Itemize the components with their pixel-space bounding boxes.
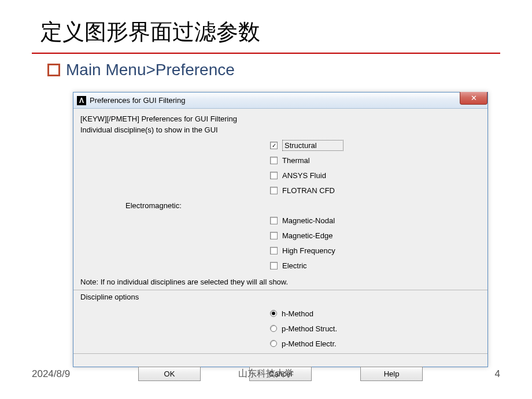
checkbox-structural[interactable]: ✓ (270, 142, 278, 149)
heading-keyw: [KEYW][/PMETH] Preferences for GUI Filte… (80, 114, 482, 123)
checkbox-magnetic-nodal[interactable] (270, 217, 278, 224)
checkbox-electric[interactable] (270, 262, 278, 269)
em-label-row: Electromagnetic: (79, 198, 482, 213)
slide-title: 定义图形界面过滤参数 (0, 0, 532, 53)
discipline-row-flotran: FLOTRAN CFD (79, 183, 482, 198)
discipline-row-thermal: Thermal (79, 153, 482, 168)
method-row-p-struct: p-Method Struct. (79, 321, 482, 336)
label-thermal: Thermal (282, 156, 310, 165)
breadcrumb-row: Main Menu>Preference (0, 61, 532, 79)
discipline-options-label: Discipline options (80, 293, 482, 301)
dialog-title: Preferences for GUI Filtering (90, 96, 185, 105)
heading-individual: Individual discipline(s) to show in the … (80, 125, 482, 134)
label-structural: Structural (282, 140, 343, 151)
divider-1 (73, 290, 487, 290)
label-electric: Electric (282, 261, 307, 270)
em-label: Electromagnetic: (79, 201, 270, 210)
checkbox-ansys-fluid[interactable] (270, 172, 278, 179)
radio-p-electr[interactable] (270, 340, 277, 347)
checkbox-thermal[interactable] (270, 157, 278, 164)
label-ansys-fluid: ANSYS Fluid (282, 171, 326, 180)
label-magnetic-nodal: Magnetic-Nodal (282, 216, 335, 225)
app-icon: Λ (77, 96, 86, 105)
divider-2 (73, 353, 487, 354)
label-magnetic-edge: Magnetic-Edge (282, 231, 332, 240)
em-row-magnetic-edge: Magnetic-Edge (79, 228, 482, 243)
discipline-row-structural: ✓ Structural (79, 138, 482, 153)
note-text: Note: If no individual disciplines are s… (80, 278, 482, 286)
title-separator (32, 53, 500, 54)
label-h-method: h-Method (282, 309, 313, 318)
ok-button[interactable]: OK (138, 367, 201, 381)
radio-h-method[interactable] (270, 310, 277, 317)
breadcrumb: Main Menu>Preference (66, 61, 235, 79)
em-row-high-frequency: High Frequency (79, 243, 482, 258)
checkbox-high-frequency[interactable] (270, 247, 278, 254)
label-p-electr: p-Method Electr. (282, 339, 337, 348)
footer-center: 山东科技大学 (238, 368, 294, 380)
method-row-p-electr: p-Method Electr. (79, 336, 482, 351)
bullet-icon (47, 64, 60, 76)
label-p-struct: p-Method Struct. (282, 324, 337, 333)
close-icon: ✕ (471, 94, 477, 102)
label-flotran: FLOTRAN CFD (282, 186, 335, 195)
footer-date: 2024/8/9 (32, 368, 70, 380)
em-row-electric: Electric (79, 258, 482, 273)
preferences-dialog: Λ Preferences for GUI Filtering ✕ [KEYW]… (73, 92, 488, 367)
close-button[interactable]: ✕ (460, 92, 487, 105)
checkbox-magnetic-edge[interactable] (270, 232, 278, 239)
dialog-body: [KEYW][/PMETH] Preferences for GUI Filte… (73, 109, 487, 381)
checkbox-flotran[interactable] (270, 187, 278, 194)
label-high-frequency: High Frequency (282, 246, 335, 255)
titlebar: Λ Preferences for GUI Filtering ✕ (73, 93, 487, 109)
em-row-magnetic-nodal: Magnetic-Nodal (79, 213, 482, 228)
disciplines-group: ✓ Structural Thermal ANSYS Fluid FLOTRAN… (79, 138, 482, 273)
method-row-h: h-Method (79, 306, 482, 321)
help-button[interactable]: Help (360, 367, 423, 381)
discipline-row-ansys-fluid: ANSYS Fluid (79, 168, 482, 183)
radio-p-struct[interactable] (270, 325, 277, 332)
footer-page-number: 4 (495, 368, 500, 380)
